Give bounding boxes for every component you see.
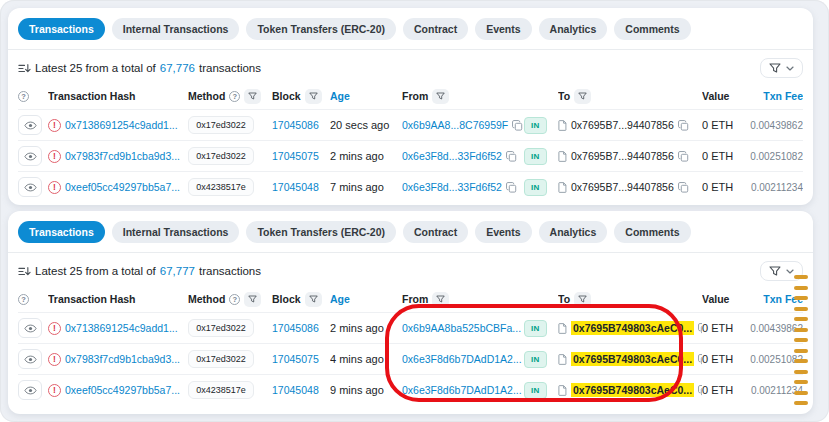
block-filter-button[interactable]: [305, 292, 322, 307]
tab-comments[interactable]: Comments: [614, 221, 690, 243]
value-text: 0 ETH: [702, 150, 733, 162]
from-address-link[interactable]: 0x6e3F8d6b7DAdD1A2...: [402, 384, 522, 396]
tx-hash-link[interactable]: 0xeef05cc49297bb5a7...: [65, 181, 180, 193]
tab-token-transfers[interactable]: Token Transfers (ERC-20): [246, 18, 396, 40]
table-row: !0x7983f7cd9b1cba9d3... 0x17ed3022 17045…: [18, 140, 803, 171]
summary-text: Latest 25 from a total of: [35, 265, 156, 277]
annotation-orange-ticks: [794, 275, 808, 405]
tab-internal-transactions[interactable]: Internal Transactions: [112, 221, 240, 243]
eye-button[interactable]: [18, 177, 42, 197]
method-badge: 0x4238517e: [188, 381, 254, 399]
txn-fee-text: 0.00211234: [751, 182, 803, 193]
method-filter-button[interactable]: [244, 292, 261, 307]
in-badge: IN: [524, 351, 547, 368]
contract-icon: [558, 385, 567, 396]
tx-hash-link[interactable]: 0x7983f7cd9b1cba9d3...: [65, 353, 180, 365]
block-filter-button[interactable]: [305, 89, 322, 104]
copy-icon[interactable]: [506, 182, 517, 193]
table-row: !0x7983f7cd9b1cba9d3... 0x17ed3022 17045…: [18, 343, 803, 374]
to-address[interactable]: 0x7695B7...94407856: [571, 150, 674, 162]
age-text: 2 mins ago: [330, 150, 384, 162]
tab-analytics[interactable]: Analytics: [539, 221, 608, 243]
copy-icon[interactable]: [506, 151, 517, 162]
total-transactions-link[interactable]: 67,776: [160, 62, 195, 74]
col-to: To: [558, 90, 570, 102]
eye-button[interactable]: [18, 115, 42, 135]
col-from: From: [402, 90, 428, 102]
tab-bar: Transactions Internal Transactions Token…: [18, 18, 803, 40]
age-text: 20 secs ago: [330, 119, 389, 131]
filter-dropdown-button[interactable]: [760, 58, 803, 78]
block-link[interactable]: 17045075: [272, 150, 319, 162]
tab-comments[interactable]: Comments: [614, 18, 690, 40]
funnel-icon: [769, 63, 781, 73]
from-filter-button[interactable]: [432, 89, 449, 104]
from-address-link[interactable]: 0x6e3F8d...33Fd6f52: [402, 181, 502, 193]
warning-icon: !: [48, 353, 61, 366]
value-text: 0 ETH: [702, 353, 733, 365]
col-block: Block: [272, 293, 301, 305]
age-sort-link[interactable]: Age: [330, 293, 350, 305]
block-link[interactable]: 17045075: [272, 353, 319, 365]
transactions-table: ? Transaction Hash Method? Block Age Fro…: [18, 286, 803, 405]
transactions-table: ? Transaction Hash Method? Block Age Fro…: [18, 83, 803, 202]
tab-transactions[interactable]: Transactions: [18, 221, 105, 243]
block-link[interactable]: 17045048: [272, 384, 319, 396]
summary-suffix: transactions: [199, 265, 261, 277]
total-transactions-link[interactable]: 67,777: [160, 265, 195, 277]
tx-hash-link[interactable]: 0x7138691254c9add1...: [65, 322, 178, 334]
block-link[interactable]: 17045048: [272, 181, 319, 193]
copy-icon[interactable]: [678, 120, 689, 131]
in-badge: IN: [524, 179, 547, 196]
eye-button[interactable]: [18, 146, 42, 166]
block-link[interactable]: 17045086: [272, 119, 319, 131]
copy-icon[interactable]: [678, 151, 689, 162]
tx-hash-link[interactable]: 0x7138691254c9add1...: [65, 119, 178, 131]
tab-contract[interactable]: Contract: [403, 18, 468, 40]
from-address-link[interactable]: 0x6b9AA8...8C76959F: [402, 119, 508, 131]
contract-icon: [558, 354, 567, 365]
from-address-link[interactable]: 0x6e3F8d6b7DAdD1A2...: [402, 353, 522, 365]
block-link[interactable]: 17045086: [272, 322, 319, 334]
warning-icon: !: [48, 181, 61, 194]
tx-hash-link[interactable]: 0x7983f7cd9b1cba9d3...: [65, 150, 180, 162]
col-transaction-hash: Transaction Hash: [48, 293, 136, 305]
tab-events[interactable]: Events: [475, 221, 531, 243]
contract-icon: [558, 120, 567, 131]
tx-hash-link[interactable]: 0xeef05cc49297bb5a7...: [65, 384, 180, 396]
to-address[interactable]: 0x7695B7...94407856: [571, 119, 674, 131]
tab-transactions[interactable]: Transactions: [18, 18, 105, 40]
summary-text: Latest 25 from a total of: [35, 62, 156, 74]
eye-button[interactable]: [18, 349, 42, 369]
value-text: 0 ETH: [702, 322, 733, 334]
col-block: Block: [272, 90, 301, 102]
method-filter-button[interactable]: [244, 89, 261, 104]
method-badge: 0x17ed3022: [188, 147, 254, 165]
to-address-highlighted[interactable]: 0x7695B749803cAeC0...: [571, 383, 694, 397]
to-address-highlighted[interactable]: 0x7695B749803cAeC0...: [571, 321, 694, 335]
to-address-highlighted[interactable]: 0x7695B749803cAeC0...: [571, 352, 694, 366]
age-sort-link[interactable]: Age: [330, 90, 350, 102]
eye-button[interactable]: [18, 318, 42, 338]
copy-icon[interactable]: [512, 120, 523, 131]
eye-button[interactable]: [18, 380, 42, 400]
warning-icon: !: [48, 322, 61, 335]
to-filter-button[interactable]: [574, 89, 591, 104]
col-txn-fee[interactable]: Txn Fee: [763, 90, 803, 102]
divider: [8, 252, 813, 253]
summary-suffix: transactions: [199, 62, 261, 74]
chevron-down-icon: [786, 66, 794, 71]
from-address-link[interactable]: 0x6b9AA8ba525bCBFa...: [402, 322, 521, 334]
tab-internal-transactions[interactable]: Internal Transactions: [112, 18, 240, 40]
tab-contract[interactable]: Contract: [403, 221, 468, 243]
to-filter-button[interactable]: [574, 292, 591, 307]
tab-analytics[interactable]: Analytics: [539, 18, 608, 40]
orange-tick: [794, 401, 808, 405]
value-text: 0 ETH: [702, 181, 733, 193]
from-filter-button[interactable]: [432, 292, 449, 307]
copy-icon[interactable]: [678, 182, 689, 193]
tab-token-transfers[interactable]: Token Transfers (ERC-20): [246, 221, 396, 243]
to-address[interactable]: 0x7695B7...94407856: [571, 181, 674, 193]
from-address-link[interactable]: 0x6e3F8d...33Fd6f52: [402, 150, 502, 162]
tab-events[interactable]: Events: [475, 18, 531, 40]
